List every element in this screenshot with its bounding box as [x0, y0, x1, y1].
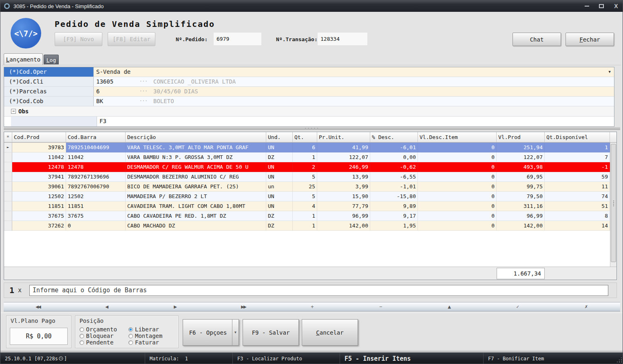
grid-cell-vprod[interactable]: 251,94	[497, 143, 545, 152]
grid-column-header[interactable]: Vl.Desc.Item	[418, 132, 497, 142]
opcoes-button[interactable]: F6 - Opçoes ▼	[183, 319, 239, 346]
radio-icon[interactable]	[80, 340, 84, 345]
grid-cell-und[interactable]: UN	[266, 162, 293, 172]
radio-montagem[interactable]: Montagem	[128, 333, 177, 339]
grid-cell-qt[interactable]: 2	[293, 162, 317, 172]
grid-cell-qt[interactable]: 1	[293, 152, 317, 162]
grid-cell-cod[interactable]: 37941	[12, 172, 66, 182]
salvar-button[interactable]: F9 - Salvar	[243, 319, 299, 346]
grid-column-header[interactable]: Vl.Prod	[497, 132, 545, 142]
obs-group-row[interactable]: − Obs	[4, 106, 614, 117]
cod-cli-lookup-button[interactable]: ···	[139, 77, 153, 86]
grid-cell-qdisp[interactable]: 51	[545, 201, 610, 211]
parcelas-value[interactable]: 6	[94, 87, 139, 96]
radio-liberar[interactable]: Liberar	[128, 326, 177, 333]
grid-cell-desc[interactable]: CABO CAVADEIRA PE RED. 1,8MT DZ	[126, 211, 266, 221]
tab-log[interactable]: Log	[44, 55, 59, 65]
grid-row[interactable]: 1247812478DESMAMADOR C/ REG WALMUR ACIMA…	[4, 162, 616, 172]
grid-cell-barra[interactable]: 11851	[66, 201, 126, 211]
radio-icon[interactable]	[128, 327, 133, 332]
grid-cell-qt[interactable]: 1	[293, 211, 317, 221]
radio-faturar[interactable]: Faturar	[128, 339, 177, 346]
grid-cell-vprod[interactable]: 79,50	[497, 192, 545, 201]
grid-cell-pr[interactable]: 15,90	[317, 192, 370, 201]
grid-row[interactable]: 1185111851CAVADEIRA TRAM. LIGHT COM CABO…	[4, 201, 616, 211]
tab-lancamento[interactable]: Lançamento	[4, 53, 43, 65]
grid-cell-pdesc[interactable]: 0,00	[370, 152, 418, 162]
obs-sub-value[interactable]: F3	[97, 117, 614, 126]
barcode-input[interactable]	[29, 285, 608, 296]
grid-cell-pr[interactable]: 77,79	[317, 201, 370, 211]
grid-cell-desc[interactable]: MAMADEIRA P/ BEZERRO 2 LT	[126, 192, 266, 201]
last-record-icon[interactable]: ▶▶	[209, 304, 278, 309]
chat-button[interactable]: Chat	[513, 33, 561, 46]
radio-icon[interactable]	[128, 334, 133, 338]
grid-row[interactable]: ►397837892510404699VARA TELESC. 3,0MT AL…	[4, 143, 616, 152]
grid-row[interactable]: 372620CABO MACHADO DZDZ1142,001,950142,0…	[4, 221, 616, 231]
grid-cell-und[interactable]: UN	[266, 143, 293, 152]
grid-cell-desc[interactable]: CAVADEIRA TRAM. LIGHT COM CABO 1,80MT	[126, 201, 266, 211]
grid-cell-qdisp[interactable]: 11	[545, 182, 610, 192]
radio-icon[interactable]	[128, 340, 133, 345]
grid-cell-pdesc[interactable]: 9,17	[370, 211, 418, 221]
minimize-button[interactable]	[579, 0, 594, 12]
grid-cell-vdesc[interactable]: 0	[418, 152, 497, 162]
radio-bloquear[interactable]: Bloquear	[80, 333, 128, 339]
grid-cell-pdesc[interactable]: 9,89	[370, 201, 418, 211]
grid-cell-pr[interactable]: 41,99	[317, 143, 370, 152]
grid-cell-desc[interactable]: BICO DE MAMADEIRA GARRAFA PET. (25)	[126, 182, 266, 192]
obs-sub-row[interactable]: F3	[4, 117, 614, 126]
edit-record-icon[interactable]: ▲	[415, 304, 483, 309]
grid-cell-desc[interactable]: VARA TELESC. 3,0MT ALTO MAR PONTA GRAF	[126, 143, 266, 152]
grid-cell-barra[interactable]: 0	[66, 221, 126, 231]
grid-cell-qdisp[interactable]: 7	[545, 152, 610, 162]
grid-row[interactable]: 1250212502MAMADEIRA P/ BEZERRO 2 LTUN515…	[4, 192, 616, 201]
resize-grip[interactable]	[621, 362, 622, 362]
editar-button[interactable]: [F8] Editar	[108, 32, 155, 46]
scrollbar-thumb[interactable]	[611, 144, 616, 262]
form-row-cod-cli[interactable]: (*)Cod.Cli 13605 ··· CONCEICAO _OLIVEIRA…	[4, 77, 614, 87]
grid-column-header[interactable]: Cod.Barra	[66, 132, 126, 142]
grid-cell-qdisp[interactable]: 8	[545, 211, 610, 221]
fechar-button[interactable]: Fechar	[566, 33, 614, 46]
grid-cell-qdisp[interactable]: 59	[545, 172, 610, 182]
grid-cell-vdesc[interactable]: 0	[418, 201, 497, 211]
grid-cell-pr[interactable]: 96,99	[317, 211, 370, 221]
grid-cell-barra[interactable]: 12478	[66, 162, 126, 172]
parcelas-lookup-button[interactable]: ···	[139, 87, 153, 96]
grid-cell-cod[interactable]: 11042	[12, 152, 66, 162]
form-row-cod-cob[interactable]: (*)Cod.Cob BK ··· BOLETO	[4, 97, 614, 106]
first-record-icon[interactable]: ◀◀	[4, 304, 72, 309]
grid-cell-pr[interactable]: 246,99	[317, 162, 370, 172]
grid-cell-und[interactable]: UN	[266, 192, 293, 201]
cancel-edit-icon[interactable]: ✗	[552, 304, 620, 309]
grid-cell-vprod[interactable]: 69,95	[497, 172, 545, 182]
grid-cell-qt[interactable]: 25	[293, 182, 317, 192]
form-row-cod-oper[interactable]: (*)Cod.Oper S-Venda de Mercadoria ▼	[4, 67, 614, 77]
insert-record-icon[interactable]: +	[278, 304, 346, 309]
grid-cell-vprod[interactable]: 311,16	[497, 201, 545, 211]
grid-cell-und[interactable]: un	[266, 182, 293, 192]
grid-cell-pr[interactable]: 142,00	[317, 221, 370, 231]
grid-cell-desc[interactable]: CABO MACHADO DZ	[126, 221, 266, 231]
grid-cell-pr[interactable]: 13,99	[317, 172, 370, 182]
grid-cell-qt[interactable]: 4	[293, 201, 317, 211]
grid-cell-vdesc[interactable]: 0	[418, 162, 497, 172]
cod-oper-value[interactable]: S-Venda de Mercadoria ▼	[94, 67, 614, 77]
grid-cell-vprod[interactable]: 96,99	[497, 211, 545, 221]
next-record-icon[interactable]: ▶	[141, 304, 209, 309]
grid-cell-und[interactable]: UN	[266, 201, 293, 211]
grid-cell-qdisp[interactable]: 74	[545, 192, 610, 201]
close-button[interactable]: X	[609, 0, 623, 12]
grid-cell-vdesc[interactable]: 0	[418, 143, 497, 152]
cod-cob-value[interactable]: BK	[94, 97, 139, 106]
grid-cell-cod[interactable]: 12478	[12, 162, 66, 172]
cod-cob-lookup-button[interactable]: ···	[139, 97, 153, 106]
grid-cell-cod[interactable]: 37262	[12, 221, 66, 231]
grid-column-header[interactable]: Und.	[266, 132, 293, 142]
grid-cell-pdesc[interactable]: -1,01	[370, 182, 418, 192]
grid-cell-cod[interactable]: 39061	[12, 182, 66, 192]
novo-button[interactable]: [F9] Novo	[55, 32, 102, 46]
grid-cell-pdesc[interactable]: -0,62	[370, 162, 418, 172]
grid-column-header[interactable]: Cod.Prod	[12, 132, 66, 142]
